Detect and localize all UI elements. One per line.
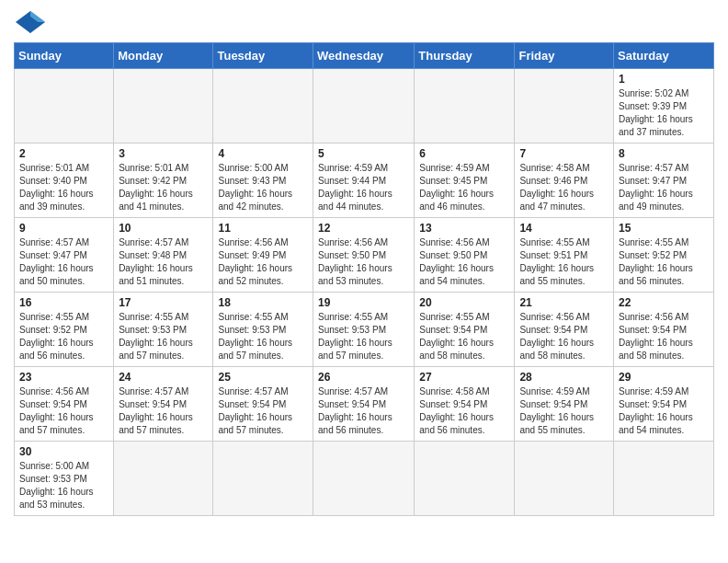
day-info: Sunrise: 5:01 AM Sunset: 9:40 PM Dayligh… (19, 162, 108, 213)
calendar-cell: 16Sunrise: 4:55 AM Sunset: 9:52 PM Dayli… (15, 293, 114, 367)
calendar-cell (515, 69, 614, 144)
calendar-cell: 26Sunrise: 4:57 AM Sunset: 9:54 PM Dayli… (313, 367, 415, 442)
day-number: 9 (19, 222, 108, 235)
day-number: 22 (619, 296, 709, 309)
calendar-cell: 1Sunrise: 5:02 AM Sunset: 9:39 PM Daylig… (614, 69, 714, 144)
day-number: 4 (218, 147, 308, 160)
day-info: Sunrise: 4:55 AM Sunset: 9:51 PM Dayligh… (519, 236, 609, 288)
day-number: 18 (218, 296, 308, 309)
calendar-week-2: 2Sunrise: 5:01 AM Sunset: 9:40 PM Daylig… (15, 144, 714, 218)
calendar-cell: 12Sunrise: 4:56 AM Sunset: 9:50 PM Dayli… (313, 218, 415, 293)
day-info: Sunrise: 4:59 AM Sunset: 9:44 PM Dayligh… (318, 162, 409, 213)
day-number: 19 (318, 296, 409, 309)
calendar-cell (15, 69, 114, 144)
day-number: 15 (619, 222, 709, 235)
calendar-cell: 6Sunrise: 4:59 AM Sunset: 9:45 PM Daylig… (415, 144, 515, 218)
day-number: 21 (519, 296, 609, 309)
calendar-cell: 20Sunrise: 4:55 AM Sunset: 9:54 PM Dayli… (415, 293, 515, 367)
day-number: 12 (318, 222, 409, 235)
calendar-cell (614, 442, 714, 516)
day-info: Sunrise: 4:56 AM Sunset: 9:50 PM Dayligh… (419, 236, 509, 288)
calendar-cell: 9Sunrise: 4:57 AM Sunset: 9:47 PM Daylig… (15, 218, 114, 293)
day-number: 24 (119, 371, 208, 384)
day-info: Sunrise: 5:00 AM Sunset: 9:43 PM Dayligh… (218, 162, 308, 213)
calendar-week-6: 30Sunrise: 5:00 AM Sunset: 9:53 PM Dayli… (15, 442, 714, 516)
calendar-cell: 18Sunrise: 4:55 AM Sunset: 9:53 PM Dayli… (213, 293, 313, 367)
day-number: 5 (318, 147, 409, 160)
calendar-cell (515, 442, 614, 516)
calendar-week-4: 16Sunrise: 4:55 AM Sunset: 9:52 PM Dayli… (15, 293, 714, 367)
day-info: Sunrise: 4:56 AM Sunset: 9:49 PM Dayligh… (218, 236, 308, 288)
calendar-table: SundayMondayTuesdayWednesdayThursdayFrid… (14, 42, 714, 516)
day-info: Sunrise: 4:57 AM Sunset: 9:54 PM Dayligh… (119, 385, 208, 437)
day-info: Sunrise: 4:57 AM Sunset: 9:47 PM Dayligh… (19, 236, 108, 288)
day-info: Sunrise: 4:57 AM Sunset: 9:54 PM Dayligh… (318, 385, 409, 437)
day-info: Sunrise: 4:59 AM Sunset: 9:45 PM Dayligh… (419, 162, 509, 213)
day-number: 17 (119, 296, 208, 309)
calendar-body: 1Sunrise: 5:02 AM Sunset: 9:39 PM Daylig… (15, 69, 714, 516)
day-info: Sunrise: 4:56 AM Sunset: 9:54 PM Dayligh… (619, 311, 709, 362)
calendar-cell: 5Sunrise: 4:59 AM Sunset: 9:44 PM Daylig… (313, 144, 415, 218)
day-number: 11 (218, 222, 308, 235)
calendar-cell: 17Sunrise: 4:55 AM Sunset: 9:53 PM Dayli… (114, 293, 213, 367)
day-number: 23 (19, 371, 108, 384)
calendar-cell (213, 69, 313, 144)
calendar-cell (313, 442, 415, 516)
day-number: 20 (419, 296, 509, 309)
day-number: 29 (619, 371, 709, 384)
day-number: 14 (519, 222, 609, 235)
calendar-cell: 21Sunrise: 4:56 AM Sunset: 9:54 PM Dayli… (515, 293, 614, 367)
calendar-week-5: 23Sunrise: 4:56 AM Sunset: 9:54 PM Dayli… (15, 367, 714, 442)
day-number: 7 (519, 147, 609, 160)
day-info: Sunrise: 4:56 AM Sunset: 9:50 PM Dayligh… (318, 236, 409, 288)
calendar-cell (415, 442, 515, 516)
calendar-cell: 24Sunrise: 4:57 AM Sunset: 9:54 PM Dayli… (114, 367, 213, 442)
calendar-cell: 27Sunrise: 4:58 AM Sunset: 9:54 PM Dayli… (415, 367, 515, 442)
day-info: Sunrise: 4:58 AM Sunset: 9:46 PM Dayligh… (519, 162, 609, 213)
day-header-friday: Friday (515, 43, 614, 69)
day-header-tuesday: Tuesday (213, 43, 313, 69)
day-info: Sunrise: 4:57 AM Sunset: 9:54 PM Dayligh… (218, 385, 308, 437)
calendar-cell: 22Sunrise: 4:56 AM Sunset: 9:54 PM Dayli… (614, 293, 714, 367)
day-info: Sunrise: 4:56 AM Sunset: 9:54 PM Dayligh… (19, 385, 108, 437)
day-number: 26 (318, 371, 409, 384)
day-number: 10 (119, 222, 208, 235)
logo (14, 9, 51, 35)
calendar-header: SundayMondayTuesdayWednesdayThursdayFrid… (15, 43, 714, 69)
calendar-week-3: 9Sunrise: 4:57 AM Sunset: 9:47 PM Daylig… (15, 218, 714, 293)
calendar-cell: 14Sunrise: 4:55 AM Sunset: 9:51 PM Dayli… (515, 218, 614, 293)
day-number: 28 (519, 371, 609, 384)
day-number: 30 (19, 445, 108, 458)
logo-icon (14, 9, 47, 35)
calendar-cell (114, 442, 213, 516)
calendar-cell: 28Sunrise: 4:59 AM Sunset: 9:54 PM Dayli… (515, 367, 614, 442)
calendar-cell: 7Sunrise: 4:58 AM Sunset: 9:46 PM Daylig… (515, 144, 614, 218)
day-info: Sunrise: 4:55 AM Sunset: 9:52 PM Dayligh… (19, 311, 108, 362)
day-header-row: SundayMondayTuesdayWednesdayThursdayFrid… (15, 43, 714, 69)
calendar-cell: 11Sunrise: 4:56 AM Sunset: 9:49 PM Dayli… (213, 218, 313, 293)
day-info: Sunrise: 4:59 AM Sunset: 9:54 PM Dayligh… (519, 385, 609, 437)
calendar-cell: 13Sunrise: 4:56 AM Sunset: 9:50 PM Dayli… (415, 218, 515, 293)
calendar-cell: 19Sunrise: 4:55 AM Sunset: 9:53 PM Dayli… (313, 293, 415, 367)
day-info: Sunrise: 4:59 AM Sunset: 9:54 PM Dayligh… (619, 385, 709, 437)
calendar-cell (114, 69, 213, 144)
day-info: Sunrise: 4:57 AM Sunset: 9:47 PM Dayligh… (619, 162, 709, 213)
day-info: Sunrise: 4:55 AM Sunset: 9:53 PM Dayligh… (119, 311, 208, 362)
day-number: 8 (619, 147, 709, 160)
calendar-cell: 23Sunrise: 4:56 AM Sunset: 9:54 PM Dayli… (15, 367, 114, 442)
day-header-monday: Monday (114, 43, 213, 69)
day-info: Sunrise: 5:02 AM Sunset: 9:39 PM Dayligh… (619, 87, 709, 139)
day-number: 1 (619, 73, 709, 86)
day-info: Sunrise: 4:55 AM Sunset: 9:53 PM Dayligh… (318, 311, 409, 362)
day-header-saturday: Saturday (614, 43, 714, 69)
day-info: Sunrise: 5:01 AM Sunset: 9:42 PM Dayligh… (119, 162, 208, 213)
day-header-thursday: Thursday (415, 43, 515, 69)
calendar-cell (415, 69, 515, 144)
day-info: Sunrise: 4:55 AM Sunset: 9:52 PM Dayligh… (619, 236, 709, 288)
day-number: 27 (419, 371, 509, 384)
calendar-cell: 25Sunrise: 4:57 AM Sunset: 9:54 PM Dayli… (213, 367, 313, 442)
day-number: 13 (419, 222, 509, 235)
calendar-cell (213, 442, 313, 516)
calendar-cell: 15Sunrise: 4:55 AM Sunset: 9:52 PM Dayli… (614, 218, 714, 293)
day-header-sunday: Sunday (15, 43, 114, 69)
